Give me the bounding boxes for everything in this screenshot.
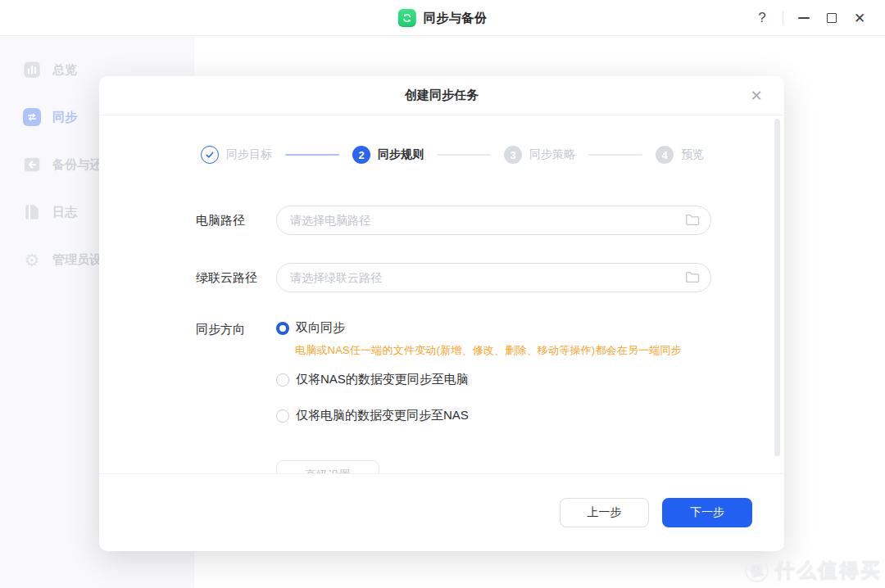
dialog-title: 创建同步任务 bbox=[405, 88, 479, 103]
wizard-stepper: 同步目标 2 同步规则 3 同步策略 4 预览 bbox=[201, 146, 784, 164]
step-label: 同步规则 bbox=[378, 147, 424, 162]
sync-direction-options: 双向同步 电脑或NAS任一端的文件变动(新增、修改、删除、移动等操作)都会在另一… bbox=[276, 320, 682, 423]
cloud-path-input[interactable] bbox=[276, 263, 711, 292]
radio-two-way-sync[interactable]: 双向同步 bbox=[276, 320, 682, 336]
computer-path-folder-icon[interactable] bbox=[685, 214, 700, 226]
close-icon: ✕ bbox=[854, 11, 865, 25]
app-sync-icon bbox=[398, 9, 416, 27]
dialog-body: 同步目标 2 同步规则 3 同步策略 4 预览 bbox=[99, 115, 784, 473]
cloud-path-row: 绿联云路径 bbox=[99, 263, 784, 292]
advanced-settings-button[interactable]: 高级设置 bbox=[276, 460, 379, 473]
cloud-path-label: 绿联云路径 bbox=[196, 263, 276, 292]
step-number: 4 bbox=[656, 146, 674, 164]
step-done-check-icon bbox=[201, 146, 219, 164]
radio-label: 双向同步 bbox=[296, 320, 345, 336]
step-preview: 4 预览 bbox=[656, 146, 704, 164]
step-connector bbox=[285, 154, 339, 156]
maximize-button[interactable] bbox=[818, 0, 846, 36]
title-bar: 同步与备份 ? ✕ bbox=[0, 0, 885, 36]
step-connector bbox=[588, 154, 642, 156]
step-label: 同步策略 bbox=[529, 147, 575, 162]
step-label: 同步目标 bbox=[226, 147, 272, 162]
title-group: 同步与备份 bbox=[398, 0, 488, 36]
computer-path-input[interactable] bbox=[276, 206, 711, 235]
close-window-button[interactable]: ✕ bbox=[846, 0, 874, 36]
step-connector bbox=[437, 154, 491, 156]
minimize-button[interactable] bbox=[790, 0, 818, 36]
app-window: 同步与备份 ? ✕ 总览 bbox=[0, 0, 885, 588]
radio-unselected-icon bbox=[276, 409, 289, 423]
computer-path-row: 电脑路径 bbox=[99, 206, 784, 235]
sync-rules-form: 电脑路径 绿联云路径 bbox=[99, 206, 784, 423]
step-sync-target: 同步目标 bbox=[201, 146, 272, 164]
cloud-path-folder-icon[interactable] bbox=[685, 271, 700, 283]
sync-direction-row: 同步方向 双向同步 电脑或NAS任一端的文件变动(新增、修改、删除、移动等操作)… bbox=[99, 320, 784, 423]
radio-selected-icon bbox=[276, 322, 289, 335]
option-spacer bbox=[276, 387, 682, 408]
next-step-button[interactable]: 下一步 bbox=[662, 498, 752, 527]
minimize-icon bbox=[798, 17, 810, 19]
app-body: 总览 同步 备份与还原 bbox=[0, 36, 885, 588]
two-way-sync-hint: 电脑或NAS任一端的文件变动(新增、修改、删除、移动等操作)都会在另一端同步 bbox=[295, 343, 682, 358]
sync-direction-label: 同步方向 bbox=[196, 320, 276, 337]
step-sync-rules: 2 同步规则 bbox=[352, 146, 424, 164]
step-number: 3 bbox=[504, 146, 522, 164]
dialog-close-button[interactable]: ✕ bbox=[747, 86, 766, 106]
step-label: 预览 bbox=[681, 147, 704, 162]
maximize-icon bbox=[827, 13, 837, 23]
help-button[interactable]: ? bbox=[748, 0, 776, 36]
dialog-header: 创建同步任务 ✕ bbox=[99, 76, 784, 115]
titlebar-divider bbox=[783, 11, 783, 25]
window-controls: ? ✕ bbox=[748, 0, 874, 36]
dialog-scrollbar[interactable] bbox=[774, 119, 780, 456]
radio-label: 仅将NAS的数据变更同步至电脑 bbox=[296, 372, 469, 387]
computer-path-label: 电脑路径 bbox=[196, 206, 276, 235]
computer-path-field-wrap bbox=[276, 206, 711, 235]
radio-label: 仅将电脑的数据变更同步至NAS bbox=[296, 408, 469, 423]
window-title: 同步与备份 bbox=[424, 11, 488, 26]
step-number: 2 bbox=[352, 146, 370, 164]
dialog-footer: 上一步 下一步 bbox=[99, 473, 784, 550]
previous-step-button[interactable]: 上一步 bbox=[560, 498, 649, 527]
cloud-path-field-wrap bbox=[276, 263, 711, 292]
create-sync-task-dialog: 创建同步任务 ✕ 同步目标 2 同步规则 bbox=[99, 76, 784, 551]
step-sync-strategy: 3 同步策略 bbox=[504, 146, 575, 164]
radio-unselected-icon bbox=[276, 373, 289, 387]
radio-nas-to-computer[interactable]: 仅将NAS的数据变更同步至电脑 bbox=[276, 372, 682, 387]
radio-computer-to-nas[interactable]: 仅将电脑的数据变更同步至NAS bbox=[276, 408, 682, 423]
